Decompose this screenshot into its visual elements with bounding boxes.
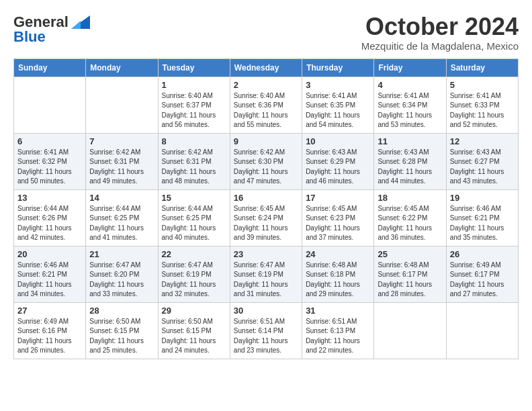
calendar-cell: 21Sunrise: 6:47 AMSunset: 6:20 PMDayligh… <box>86 246 158 302</box>
month-title: October 2024 <box>361 13 519 40</box>
day-info: Sunrise: 6:41 AMSunset: 6:33 PMDaylight:… <box>450 91 515 130</box>
day-info: Sunrise: 6:49 AMSunset: 6:17 PMDaylight:… <box>450 261 515 300</box>
calendar-week-4: 20Sunrise: 6:46 AMSunset: 6:21 PMDayligh… <box>14 246 519 302</box>
calendar-cell: 10Sunrise: 6:43 AMSunset: 6:29 PMDayligh… <box>302 133 374 189</box>
calendar-table: SundayMondayTuesdayWednesdayThursdayFrid… <box>13 58 519 359</box>
day-number: 6 <box>17 136 82 146</box>
day-info: Sunrise: 6:44 AMSunset: 6:25 PMDaylight:… <box>89 204 154 243</box>
day-number: 3 <box>306 80 370 90</box>
day-number: 17 <box>306 193 370 203</box>
day-number: 16 <box>234 193 298 203</box>
day-info: Sunrise: 6:50 AMSunset: 6:15 PMDaylight:… <box>89 317 154 356</box>
calendar-cell: 4Sunrise: 6:41 AMSunset: 6:34 PMDaylight… <box>374 77 446 133</box>
day-number: 18 <box>378 193 442 203</box>
calendar-cell <box>86 77 158 133</box>
svg-marker-1 <box>71 21 81 29</box>
calendar-cell: 11Sunrise: 6:43 AMSunset: 6:28 PMDayligh… <box>374 133 446 189</box>
col-header-saturday: Saturday <box>446 58 518 77</box>
day-number: 22 <box>162 249 226 259</box>
calendar-cell <box>14 77 86 133</box>
day-info: Sunrise: 6:44 AMSunset: 6:25 PMDaylight:… <box>162 204 226 243</box>
calendar-cell: 9Sunrise: 6:42 AMSunset: 6:30 PMDaylight… <box>230 133 302 189</box>
day-number: 1 <box>162 80 226 90</box>
day-info: Sunrise: 6:43 AMSunset: 6:28 PMDaylight:… <box>378 148 442 187</box>
col-header-monday: Monday <box>86 58 158 77</box>
logo-blue: Blue <box>13 28 46 46</box>
day-number: 15 <box>162 193 226 203</box>
col-header-thursday: Thursday <box>302 58 374 77</box>
day-number: 30 <box>234 306 298 316</box>
calendar-cell: 6Sunrise: 6:41 AMSunset: 6:32 PMDaylight… <box>14 133 86 189</box>
calendar-cell: 23Sunrise: 6:47 AMSunset: 6:19 PMDayligh… <box>230 246 302 302</box>
day-info: Sunrise: 6:42 AMSunset: 6:31 PMDaylight:… <box>89 148 154 187</box>
calendar-cell: 20Sunrise: 6:46 AMSunset: 6:21 PMDayligh… <box>14 246 86 302</box>
day-number: 10 <box>306 136 370 146</box>
col-header-wednesday: Wednesday <box>230 58 302 77</box>
day-info: Sunrise: 6:44 AMSunset: 6:26 PMDaylight:… <box>17 204 82 243</box>
calendar-cell: 22Sunrise: 6:47 AMSunset: 6:19 PMDayligh… <box>158 246 230 302</box>
day-number: 24 <box>306 249 370 259</box>
calendar-cell: 30Sunrise: 6:51 AMSunset: 6:14 PMDayligh… <box>230 302 302 359</box>
day-number: 9 <box>234 136 298 146</box>
calendar-week-3: 13Sunrise: 6:44 AMSunset: 6:26 PMDayligh… <box>14 189 519 246</box>
calendar-cell: 27Sunrise: 6:49 AMSunset: 6:16 PMDayligh… <box>14 302 86 359</box>
day-info: Sunrise: 6:48 AMSunset: 6:17 PMDaylight:… <box>378 261 442 300</box>
calendar-cell: 13Sunrise: 6:44 AMSunset: 6:26 PMDayligh… <box>14 189 86 246</box>
calendar-cell: 2Sunrise: 6:40 AMSunset: 6:36 PMDaylight… <box>230 77 302 133</box>
calendar-cell: 7Sunrise: 6:42 AMSunset: 6:31 PMDaylight… <box>86 133 158 189</box>
day-number: 13 <box>17 193 82 203</box>
calendar-cell: 28Sunrise: 6:50 AMSunset: 6:15 PMDayligh… <box>86 302 158 359</box>
day-number: 7 <box>89 136 154 146</box>
calendar-cell: 8Sunrise: 6:42 AMSunset: 6:31 PMDaylight… <box>158 133 230 189</box>
day-number: 25 <box>378 249 442 259</box>
calendar-cell: 25Sunrise: 6:48 AMSunset: 6:17 PMDayligh… <box>374 246 446 302</box>
calendar-cell: 31Sunrise: 6:51 AMSunset: 6:13 PMDayligh… <box>302 302 374 359</box>
day-info: Sunrise: 6:49 AMSunset: 6:16 PMDaylight:… <box>17 317 82 356</box>
day-info: Sunrise: 6:47 AMSunset: 6:20 PMDaylight:… <box>89 261 154 300</box>
day-number: 12 <box>450 136 515 146</box>
day-number: 5 <box>450 80 515 90</box>
calendar-cell: 18Sunrise: 6:45 AMSunset: 6:22 PMDayligh… <box>374 189 446 246</box>
calendar-week-2: 6Sunrise: 6:41 AMSunset: 6:32 PMDaylight… <box>14 133 519 189</box>
day-number: 14 <box>89 193 154 203</box>
calendar-cell: 16Sunrise: 6:45 AMSunset: 6:24 PMDayligh… <box>230 189 302 246</box>
day-info: Sunrise: 6:45 AMSunset: 6:23 PMDaylight:… <box>306 204 370 243</box>
day-info: Sunrise: 6:46 AMSunset: 6:21 PMDaylight:… <box>450 204 515 243</box>
calendar-cell: 3Sunrise: 6:41 AMSunset: 6:35 PMDaylight… <box>302 77 374 133</box>
col-header-tuesday: Tuesday <box>158 58 230 77</box>
day-info: Sunrise: 6:47 AMSunset: 6:19 PMDaylight:… <box>162 261 226 300</box>
calendar-cell: 19Sunrise: 6:46 AMSunset: 6:21 PMDayligh… <box>446 189 518 246</box>
logo: General Blue <box>13 13 90 46</box>
page-header: General Blue October 2024 Mezquitic de l… <box>13 13 519 52</box>
calendar-header-row: SundayMondayTuesdayWednesdayThursdayFrid… <box>14 58 519 77</box>
day-number: 26 <box>450 249 515 259</box>
day-number: 8 <box>162 136 226 146</box>
calendar-cell: 14Sunrise: 6:44 AMSunset: 6:25 PMDayligh… <box>86 189 158 246</box>
calendar-cell: 12Sunrise: 6:43 AMSunset: 6:27 PMDayligh… <box>446 133 518 189</box>
day-info: Sunrise: 6:42 AMSunset: 6:31 PMDaylight:… <box>162 148 226 187</box>
title-block: October 2024 Mezquitic de la Magdalena, … <box>361 13 519 52</box>
calendar-cell <box>446 302 518 359</box>
day-info: Sunrise: 6:45 AMSunset: 6:22 PMDaylight:… <box>378 204 442 243</box>
day-info: Sunrise: 6:50 AMSunset: 6:15 PMDaylight:… <box>162 317 226 356</box>
day-info: Sunrise: 6:41 AMSunset: 6:35 PMDaylight:… <box>306 91 370 130</box>
day-info: Sunrise: 6:46 AMSunset: 6:21 PMDaylight:… <box>17 261 82 300</box>
day-number: 2 <box>234 80 298 90</box>
calendar-cell: 26Sunrise: 6:49 AMSunset: 6:17 PMDayligh… <box>446 246 518 302</box>
day-info: Sunrise: 6:40 AMSunset: 6:37 PMDaylight:… <box>162 91 226 130</box>
day-number: 21 <box>89 249 154 259</box>
day-info: Sunrise: 6:41 AMSunset: 6:34 PMDaylight:… <box>378 91 442 130</box>
day-number: 28 <box>89 306 154 316</box>
calendar-cell: 1Sunrise: 6:40 AMSunset: 6:37 PMDaylight… <box>158 77 230 133</box>
day-info: Sunrise: 6:51 AMSunset: 6:13 PMDaylight:… <box>306 317 370 356</box>
day-number: 4 <box>378 80 442 90</box>
day-info: Sunrise: 6:41 AMSunset: 6:32 PMDaylight:… <box>17 148 82 187</box>
day-number: 20 <box>17 249 82 259</box>
day-info: Sunrise: 6:42 AMSunset: 6:30 PMDaylight:… <box>234 148 298 187</box>
calendar-cell: 5Sunrise: 6:41 AMSunset: 6:33 PMDaylight… <box>446 77 518 133</box>
col-header-friday: Friday <box>374 58 446 77</box>
location: Mezquitic de la Magdalena, Mexico <box>361 40 519 52</box>
day-info: Sunrise: 6:48 AMSunset: 6:18 PMDaylight:… <box>306 261 370 300</box>
day-info: Sunrise: 6:45 AMSunset: 6:24 PMDaylight:… <box>234 204 298 243</box>
day-info: Sunrise: 6:47 AMSunset: 6:19 PMDaylight:… <box>234 261 298 300</box>
